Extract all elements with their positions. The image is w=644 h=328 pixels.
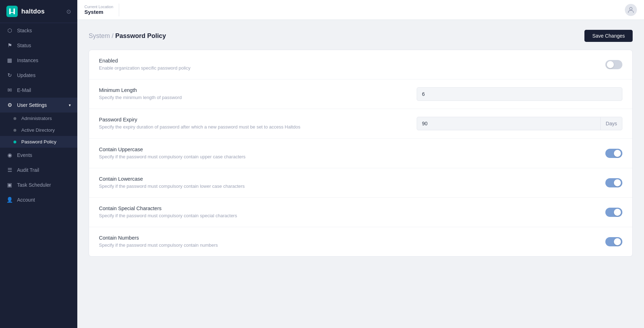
sidebar-subitem-label: Active Directory (21, 127, 55, 133)
policy-control-contain-numbers (551, 237, 622, 246)
chevron-down-icon: ▾ (69, 103, 71, 108)
input-password-expiry[interactable] (417, 117, 601, 130)
status-icon: ⚑ (6, 42, 13, 49)
sidebar-subitem-label: Password Policy (21, 139, 56, 144)
sidebar-subitem-administrators[interactable]: Administrators (0, 113, 77, 124)
task-scheduler-icon: ▣ (6, 182, 13, 188)
sidebar-item-user-settings[interactable]: ⚙ User Settings ▾ (0, 98, 77, 113)
dot-icon (13, 129, 16, 132)
sidebar-item-instances[interactable]: ▦ Instances (0, 53, 77, 68)
policy-info-contain-numbers: Contain Numbers Specify if the password … (99, 235, 544, 248)
sidebar-subitem-active-directory[interactable]: Active Directory (0, 124, 77, 136)
policy-desc-contain-lowercase: Specify if the password must compulsory … (99, 183, 544, 190)
policy-row-contain-uppercase: Contain Uppercase Specify if the passwor… (89, 139, 632, 168)
policy-row-password-expiry: Password Expiry Specify the expiry durat… (89, 109, 632, 138)
instances-icon: ▦ (6, 57, 13, 64)
policy-info-contain-lowercase: Contain Lowercase Specify if the passwor… (99, 176, 544, 190)
toggle-thumb (614, 150, 621, 157)
avatar-icon (627, 6, 635, 14)
sidebar-subitem-password-policy[interactable]: Password Policy (0, 136, 77, 148)
policy-desc-password-expiry: Specify the expiry duration of password … (99, 124, 410, 130)
svg-rect-0 (6, 6, 18, 17)
sidebar-item-account[interactable]: 👤 Account (0, 192, 77, 207)
toggle-contain-numbers[interactable] (605, 237, 622, 246)
topbar-divider (119, 4, 119, 16)
input-minimum-length[interactable] (417, 87, 622, 101)
account-icon: 👤 (6, 197, 13, 203)
updates-icon: ↻ (6, 72, 13, 78)
toggle-contain-uppercase[interactable] (605, 149, 622, 158)
policy-card: Enabled Enable organization specific pas… (89, 50, 633, 257)
audit-trail-icon: ☰ (6, 167, 13, 173)
policy-control-contain-uppercase (551, 149, 622, 158)
sidebar-item-label: Status (17, 43, 31, 48)
policy-control-contain-special (551, 208, 622, 217)
policy-label-password-expiry: Password Expiry (99, 117, 410, 122)
toggle-contain-special[interactable] (605, 208, 622, 217)
policy-label-enabled: Enabled (99, 58, 544, 64)
topbar-right (625, 4, 637, 16)
policy-desc-contain-numbers: Specify if the password must compulsory … (99, 242, 544, 248)
page-title-prefix: System / (89, 32, 115, 39)
policy-desc-contain-uppercase: Specify if the password must compulsory … (99, 154, 544, 160)
policy-info-minimum-length: Minimum Length Specify the minimum lengt… (99, 87, 410, 101)
policy-desc-enabled: Enable organization specific password po… (99, 65, 544, 71)
breadcrumb-parent: Current Location (84, 5, 113, 9)
page-header: System / Password Policy Save Changes (89, 30, 633, 42)
svg-point-1 (629, 7, 632, 10)
policy-row-contain-special: Contain Special Characters Specify if th… (89, 198, 632, 227)
policy-label-contain-uppercase: Contain Uppercase (99, 147, 544, 152)
avatar[interactable] (625, 4, 637, 16)
policy-label-contain-special: Contain Special Characters (99, 206, 544, 211)
sidebar-item-label: Events (17, 152, 32, 158)
sidebar-item-email[interactable]: ✉ E-Mail (0, 83, 77, 98)
sidebar-subitem-label: Administrators (21, 116, 52, 121)
toggle-thumb (614, 209, 621, 216)
sidebar-item-label: Stacks (17, 28, 32, 33)
logo-icon (6, 6, 18, 17)
sidebar-item-label: Audit Trail (17, 167, 39, 173)
policy-control-contain-lowercase (551, 178, 622, 187)
logo-text: haltdos (21, 8, 45, 15)
sidebar-item-label: Instances (17, 58, 38, 63)
toggle-thumb (614, 179, 621, 186)
toggle-enabled[interactable] (605, 60, 622, 69)
active-dot-icon (13, 141, 16, 143)
policy-desc-minimum-length: Specify the minimum length of password (99, 94, 410, 101)
user-settings-icon: ⚙ (6, 102, 13, 108)
policy-desc-contain-special: Specify if the password must compulsory … (99, 213, 544, 219)
policy-info-contain-special: Contain Special Characters Specify if th… (99, 206, 544, 219)
policy-control-password-expiry: Days (417, 117, 622, 130)
policy-row-enabled: Enabled Enable organization specific pas… (89, 50, 632, 80)
events-icon: ◉ (6, 152, 13, 158)
sidebar-item-label: Account (17, 197, 35, 203)
sidebar-item-audit-trail[interactable]: ☰ Audit Trail (0, 163, 77, 177)
sidebar-item-task-scheduler[interactable]: ▣ Task Scheduler (0, 177, 77, 192)
sidebar-item-label: E-Mail (17, 87, 31, 93)
page-title: System / Password Policy (89, 32, 166, 40)
sidebar-item-label: User Settings (17, 102, 47, 108)
policy-row-contain-numbers: Contain Numbers Specify if the password … (89, 227, 632, 256)
days-label: Days (601, 117, 622, 130)
settings-icon[interactable]: ⊙ (66, 8, 71, 15)
page-title-current: Password Policy (115, 32, 166, 39)
sidebar-item-status[interactable]: ⚑ Status (0, 38, 77, 53)
sidebar: haltdos ⊙ ⬡ Stacks ⚑ Status ▦ Instances … (0, 0, 77, 328)
sidebar-item-events[interactable]: ◉ Events (0, 148, 77, 163)
logo-area: haltdos ⊙ (0, 0, 77, 23)
content-area: System / Password Policy Save Changes En… (77, 20, 644, 328)
policy-info-enabled: Enabled Enable organization specific pas… (99, 58, 544, 71)
main-content: Current Location System System / Passwor… (77, 0, 644, 328)
policy-row-contain-lowercase: Contain Lowercase Specify if the passwor… (89, 168, 632, 198)
topbar: Current Location System (77, 0, 644, 20)
save-changes-button[interactable]: Save Changes (584, 30, 633, 42)
policy-label-contain-lowercase: Contain Lowercase (99, 176, 544, 182)
policy-info-contain-uppercase: Contain Uppercase Specify if the passwor… (99, 147, 544, 160)
sidebar-item-stacks[interactable]: ⬡ Stacks (0, 23, 77, 38)
policy-control-enabled (551, 60, 622, 69)
sidebar-item-updates[interactable]: ↻ Updates (0, 68, 77, 83)
sidebar-item-label: Updates (17, 72, 35, 78)
toggle-thumb (607, 61, 614, 68)
stacks-icon: ⬡ (6, 27, 13, 34)
toggle-contain-lowercase[interactable] (605, 178, 622, 187)
